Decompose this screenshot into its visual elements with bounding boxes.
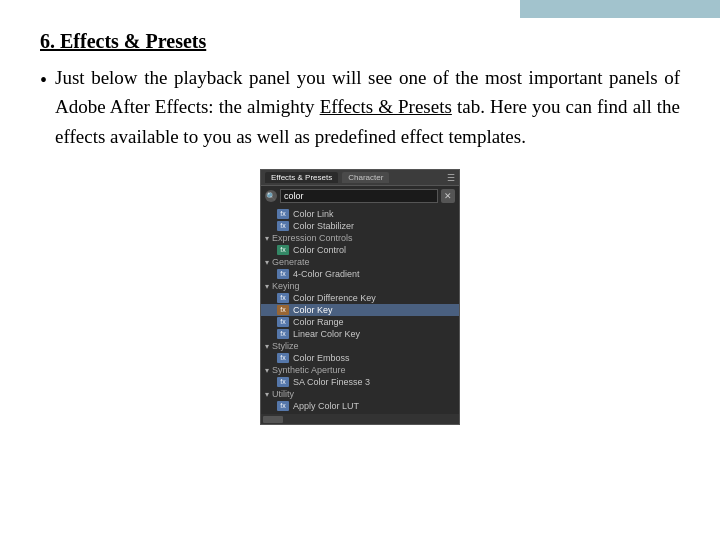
fx-icon: fx bbox=[277, 293, 289, 303]
item-label: Apply Color LUT bbox=[293, 401, 359, 411]
category-synthetic: Synthetic Aperture bbox=[261, 364, 459, 376]
list-item: fx Color Control bbox=[261, 244, 459, 256]
list-item: fx SA Color Finesse 3 bbox=[261, 376, 459, 388]
category-stylize: Stylize bbox=[261, 340, 459, 352]
list-item: fx Color Emboss bbox=[261, 352, 459, 364]
search-icon: 🔍 bbox=[265, 190, 277, 202]
list-item: fx Apply Color LUT bbox=[261, 400, 459, 412]
list-item: fx Linear Color Key bbox=[261, 328, 459, 340]
horizontal-scroll-thumb[interactable] bbox=[263, 416, 283, 423]
fx-icon: fx bbox=[277, 353, 289, 363]
list-item-highlighted[interactable]: fx Color Key bbox=[261, 304, 459, 316]
item-label: Color Control bbox=[293, 245, 346, 255]
list-item: fx Color Link bbox=[261, 208, 459, 220]
panel-menu-icon[interactable]: ☰ bbox=[447, 173, 455, 183]
fx-icon: fx bbox=[277, 329, 289, 339]
item-label: Color Range bbox=[293, 317, 344, 327]
ae-bottom-bar bbox=[261, 414, 459, 424]
ae-search-row: 🔍 ✕ bbox=[261, 186, 459, 206]
top-decoration-bar bbox=[520, 0, 720, 18]
tab-character[interactable]: Character bbox=[342, 172, 389, 183]
item-label: 4-Color Gradient bbox=[293, 269, 360, 279]
ae-panel-tabs: Effects & Presets Character bbox=[265, 172, 389, 183]
ae-effects-list: fx Color Link fx Color Stabilizer Expres… bbox=[261, 206, 459, 414]
category-utility: Utility bbox=[261, 388, 459, 400]
list-item: fx Color Range bbox=[261, 316, 459, 328]
list-item: fx 4-Color Gradient bbox=[261, 268, 459, 280]
item-label: Color Link bbox=[293, 209, 334, 219]
item-label: Color Emboss bbox=[293, 353, 350, 363]
clear-search-button[interactable]: ✕ bbox=[441, 189, 455, 203]
ae-panel-wrapper: Effects & Presets Character ☰ 🔍 ✕ fx Col… bbox=[260, 169, 460, 425]
item-label: Linear Color Key bbox=[293, 329, 360, 339]
main-content: 6. Effects & Presets • Just below the pl… bbox=[40, 30, 680, 520]
item-label: Color Key bbox=[293, 305, 333, 315]
fx-icon: fx bbox=[277, 221, 289, 231]
list-item: fx Color Stabilizer bbox=[261, 220, 459, 232]
item-label: Color Stabilizer bbox=[293, 221, 354, 231]
tab-effects-presets[interactable]: Effects & Presets bbox=[265, 172, 338, 183]
fx-icon: fx bbox=[277, 209, 289, 219]
category-keying: Keying bbox=[261, 280, 459, 292]
item-label: Color Difference Key bbox=[293, 293, 376, 303]
bullet-point: • bbox=[40, 65, 47, 95]
ae-panel-body: fx Color Link fx Color Stabilizer Expres… bbox=[261, 206, 459, 424]
fx-icon: fx bbox=[277, 317, 289, 327]
ae-effects-panel: Effects & Presets Character ☰ 🔍 ✕ fx Col… bbox=[260, 169, 460, 425]
fx-icon: fx bbox=[277, 401, 289, 411]
fx-icon: fx bbox=[277, 377, 289, 387]
list-item: fx Color Difference Key bbox=[261, 292, 459, 304]
category-generate: Generate bbox=[261, 256, 459, 268]
fx-icon: fx bbox=[277, 245, 289, 255]
fx-icon: fx bbox=[277, 305, 289, 315]
item-label: SA Color Finesse 3 bbox=[293, 377, 370, 387]
category-expression-controls: Expression Controls bbox=[261, 232, 459, 244]
search-input[interactable] bbox=[280, 189, 438, 203]
paragraph-text: Just below the playback panel you will s… bbox=[55, 63, 680, 151]
section-title: 6. Effects & Presets bbox=[40, 30, 680, 53]
ae-panel-header: Effects & Presets Character ☰ bbox=[261, 170, 459, 186]
fx-icon: fx bbox=[277, 269, 289, 279]
bullet-section: • Just below the playback panel you will… bbox=[40, 63, 680, 151]
